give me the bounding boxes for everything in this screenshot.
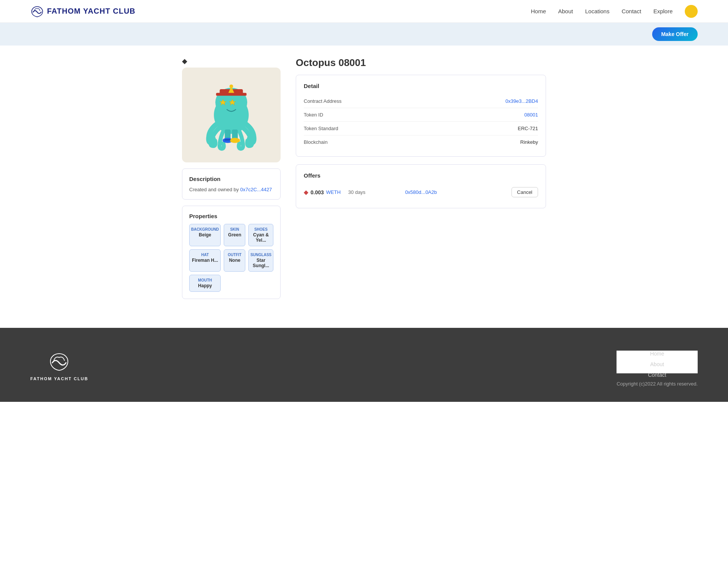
detail-label: Token ID <box>304 112 323 118</box>
svg-point-7 <box>229 85 233 88</box>
navbar: FATHOM YACHT CLUB Home About Locations C… <box>0 0 728 23</box>
nav-contact[interactable]: Contact <box>621 8 641 14</box>
nav-home[interactable]: Home <box>531 8 546 14</box>
eth-icon: ◆ <box>182 57 281 65</box>
detail-row: BlockchainRinkeby <box>304 135 538 149</box>
offers-title: Offers <box>304 172 538 179</box>
detail-value[interactable]: 0x39e3...2BD4 <box>505 98 538 104</box>
detail-label: Token Standard <box>304 126 338 131</box>
nft-title: Octopus 08001 <box>296 57 546 69</box>
owner-address-link[interactable]: 0x7c2C...4427 <box>240 187 272 192</box>
svg-rect-12 <box>225 139 231 140</box>
property-item: SUNGLASSStar Sungl... <box>248 249 273 272</box>
footer-nav-link[interactable]: Contact <box>648 372 666 378</box>
prop-type: SHOES <box>250 227 271 231</box>
footer-nav-link[interactable]: About <box>650 361 664 367</box>
prop-value: Green <box>226 232 243 238</box>
svg-rect-5 <box>216 93 246 96</box>
prop-type: MOUTH <box>191 278 219 282</box>
prop-value: Cyan & Yel... <box>250 232 271 243</box>
prop-value: Beige <box>191 232 219 238</box>
property-item: BACKGROUNDBeige <box>189 224 221 246</box>
make-offer-button[interactable]: Make Offer <box>652 27 698 41</box>
property-item: SHOESCyan & Yel... <box>248 224 273 246</box>
left-column: ◆ <box>182 57 281 305</box>
nav-explore[interactable]: Explore <box>653 8 673 14</box>
nav-about[interactable]: About <box>558 8 573 14</box>
right-column: Octopus 08001 Detail Contract Address0x3… <box>296 57 546 305</box>
detail-value[interactable]: 08001 <box>524 112 538 118</box>
logo-icon <box>30 5 44 18</box>
detail-row: Token StandardERC-721 <box>304 122 538 135</box>
footer-copyright: Copyright (c)2022 All rights reserved. <box>617 381 698 387</box>
offer-address[interactable]: 0x580d...0A2b <box>405 189 504 195</box>
property-item: OUTFITNone <box>224 249 245 272</box>
nav-links: Home About Locations Contact Explore <box>531 5 698 18</box>
offer-row: ◆ 0.003 WETH 30 days 0x580d...0A2b Cance… <box>304 184 538 200</box>
description-text: Created and owned by 0x7c2C...4427 <box>189 187 273 192</box>
offer-amount: 0.003 <box>311 189 324 195</box>
prop-type: SKIN <box>226 227 243 231</box>
description-card: Description Created and owned by 0x7c2C.… <box>182 168 281 200</box>
properties-title: Properties <box>189 213 273 219</box>
nav-locations[interactable]: Locations <box>585 8 609 14</box>
avatar[interactable] <box>685 5 698 18</box>
eth-diamond-icon: ◆ <box>304 189 308 196</box>
prop-type: SUNGLASS <box>250 253 271 257</box>
main-content: ◆ <box>174 57 554 305</box>
prop-value: Star Sungl... <box>250 258 271 268</box>
property-item: HATFireman H... <box>189 249 221 272</box>
description-title: Description <box>189 176 273 182</box>
detail-rows: Contract Address0x39e3...2BD4Token ID080… <box>304 94 538 149</box>
footer-logo: FATHOM YACHT CLUB <box>30 351 88 381</box>
offer-rows: ◆ 0.003 WETH 30 days 0x580d...0A2b Cance… <box>304 184 538 200</box>
properties-card: Properties BACKGROUNDBeigeSKINGreenSHOES… <box>182 206 281 299</box>
footer-nav: HomeAboutContact <box>617 351 698 373</box>
offers-card: Offers ◆ 0.003 WETH 30 days 0x580d...0A2… <box>296 164 546 208</box>
detail-row: Token ID08001 <box>304 108 538 122</box>
cancel-offer-button[interactable]: Cancel <box>511 187 538 197</box>
prop-type: HAT <box>191 253 219 257</box>
offer-duration: 30 days <box>348 189 397 195</box>
offer-bar: Make Offer <box>0 23 728 46</box>
properties-grid: BACKGROUNDBeigeSKINGreenSHOESCyan & Yel.… <box>189 224 273 292</box>
detail-value: ERC-721 <box>518 126 538 131</box>
footer: FATHOM YACHT CLUB HomeAboutContact Copyr… <box>0 328 728 402</box>
footer-logo-icon <box>48 351 71 373</box>
detail-title: Detail <box>304 83 538 89</box>
octopus-illustration <box>193 73 269 157</box>
detail-row: Contract Address0x39e3...2BD4 <box>304 94 538 108</box>
footer-logo-text: FATHOM YACHT CLUB <box>30 376 88 381</box>
footer-nav-link[interactable]: Home <box>650 351 664 357</box>
site-logo[interactable]: FATHOM YACHT CLUB <box>30 5 135 18</box>
nft-image-card <box>182 68 281 162</box>
property-item: SKINGreen <box>224 224 245 246</box>
detail-card: Detail Contract Address0x39e3...2BD4Toke… <box>296 75 546 157</box>
svg-point-11 <box>230 138 240 143</box>
detail-label: Contract Address <box>304 98 342 104</box>
offer-token: WETH <box>326 189 340 195</box>
prop-value: Happy <box>191 283 219 288</box>
prop-value: Fireman H... <box>191 258 219 263</box>
offer-eth: ◆ 0.003 WETH <box>304 189 340 196</box>
prop-type: BACKGROUND <box>191 227 219 231</box>
detail-value: Rinkeby <box>520 139 538 145</box>
detail-label: Blockchain <box>304 139 328 145</box>
prop-value: None <box>226 258 243 263</box>
prop-type: OUTFIT <box>226 253 243 257</box>
property-item: MOUTHHappy <box>189 275 221 292</box>
site-name: FATHOM YACHT CLUB <box>47 7 135 16</box>
